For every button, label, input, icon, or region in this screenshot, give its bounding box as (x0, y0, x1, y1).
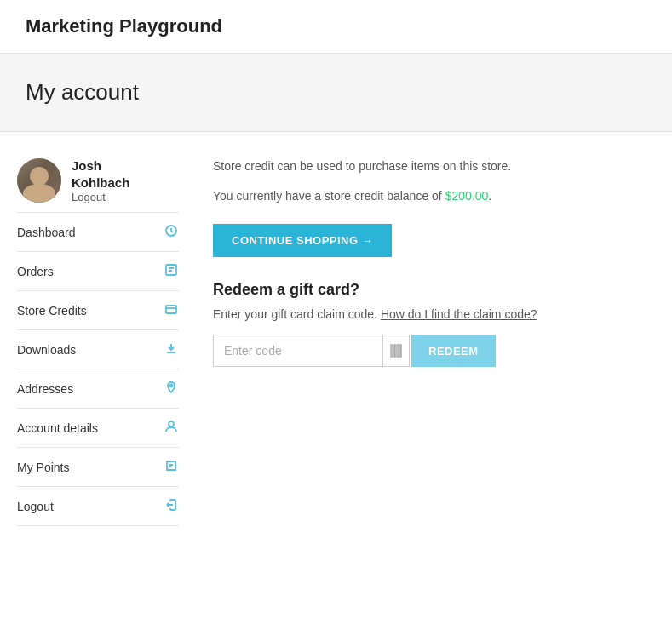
user-full-name: JoshKohlbach (72, 157, 129, 191)
credit-balance-prefix: You currently have a store credit balanc… (213, 189, 445, 203)
svg-rect-5 (391, 345, 393, 357)
site-title: Marketing Playground (26, 15, 222, 37)
sidebar-item-addresses[interactable]: Addresses (17, 369, 179, 409)
svg-rect-8 (400, 345, 401, 357)
account-details-icon (164, 420, 179, 436)
logout-icon (164, 498, 179, 514)
gift-card-claim-link[interactable]: How do I find the claim code? (381, 307, 537, 321)
my-points-icon (164, 459, 179, 475)
top-bar: Marketing Playground (0, 0, 672, 54)
store-credits-icon (164, 302, 179, 318)
sidebar-item-account-details-label: Account details (17, 421, 98, 435)
inline-logout-link[interactable]: Logout (72, 191, 129, 203)
addresses-icon (164, 381, 179, 397)
orders-icon (164, 263, 179, 279)
sidebar-item-orders[interactable]: Orders (17, 252, 179, 291)
svg-point-4 (169, 421, 174, 426)
sidebar-item-addresses-label: Addresses (17, 382, 73, 396)
page-title: My account (26, 79, 646, 106)
code-input[interactable] (213, 335, 383, 367)
gift-card-description: Enter your gift card claim code. How do … (213, 307, 655, 321)
avatar-image (17, 158, 61, 203)
svg-rect-2 (166, 306, 176, 313)
content-area: Store credit can be used to purchase ite… (196, 157, 655, 526)
svg-rect-7 (397, 345, 399, 357)
user-name-block: JoshKohlbach Logout (72, 157, 129, 203)
credit-balance-suffix: . (488, 189, 491, 203)
sidebar-item-downloads-label: Downloads (17, 343, 76, 357)
barcode-icon (383, 335, 410, 367)
sidebar-item-logout[interactable]: Logout (17, 487, 179, 526)
svg-point-3 (170, 385, 173, 387)
sidebar-item-store-credits-label: Store Credits (17, 304, 87, 318)
sidebar-item-my-points-label: My Points (17, 461, 69, 474)
continue-shopping-button[interactable]: CONTINUE SHOPPING → (213, 224, 392, 257)
downloads-icon (164, 341, 179, 358)
redeem-button[interactable]: REDEEM (411, 335, 496, 367)
main-layout: JoshKohlbach Logout Dashboard Orders Sto… (0, 132, 672, 552)
credit-amount: $200.00 (445, 189, 489, 203)
sidebar: JoshKohlbach Logout Dashboard Orders Sto… (17, 157, 196, 526)
sidebar-item-downloads[interactable]: Downloads (17, 330, 179, 369)
sidebar-item-orders-label: Orders (17, 265, 54, 278)
sidebar-item-dashboard-label: Dashboard (17, 226, 76, 239)
avatar (17, 158, 61, 203)
nav-list: Dashboard Orders Store Credits Downloads (17, 212, 179, 526)
dashboard-icon (164, 224, 179, 240)
sidebar-item-my-points[interactable]: My Points (17, 448, 179, 487)
svg-rect-6 (394, 345, 395, 357)
sidebar-item-account-details[interactable]: Account details (17, 409, 179, 448)
redeem-row: REDEEM (213, 335, 655, 367)
gift-card-title: Redeem a gift card? (213, 281, 655, 299)
svg-rect-1 (166, 265, 176, 275)
page-header: My account (0, 54, 672, 132)
gift-card-desc-prefix: Enter your gift card claim code. (213, 307, 381, 321)
sidebar-item-logout-label: Logout (17, 500, 54, 513)
credit-balance-text: You currently have a store credit balanc… (213, 187, 655, 205)
user-info: JoshKohlbach Logout (17, 157, 179, 203)
credit-description: Store credit can be used to purchase ite… (213, 157, 655, 175)
sidebar-item-store-credits[interactable]: Store Credits (17, 291, 179, 330)
sidebar-item-dashboard[interactable]: Dashboard (17, 212, 179, 252)
